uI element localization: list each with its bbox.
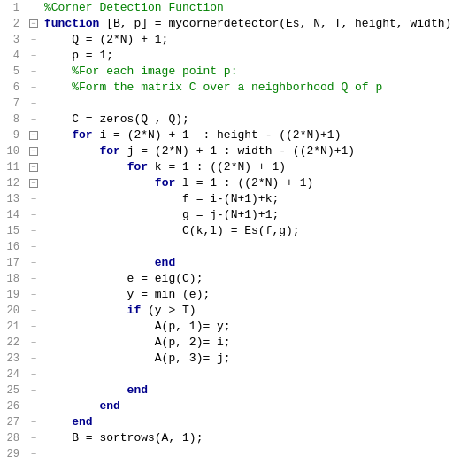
code-segment bbox=[44, 176, 155, 189]
line-content: for k = 1 : ((2*N) + 1) bbox=[42, 159, 476, 175]
line-number: 14 bbox=[0, 207, 25, 223]
line-content: A(p, 2)= i; bbox=[42, 335, 476, 351]
line-gutter[interactable]: − bbox=[25, 19, 42, 28]
collapse-button[interactable]: − bbox=[29, 131, 38, 140]
line-gutter: – bbox=[25, 287, 42, 303]
code-segment: l = 1 : ((2*N) + 1) bbox=[182, 176, 313, 189]
line-content: y = min (e); bbox=[42, 287, 476, 303]
line-gutter[interactable]: − bbox=[25, 147, 42, 156]
code-line: 18– e = eig(C); bbox=[0, 271, 476, 287]
line-number: 29 bbox=[0, 446, 25, 462]
line-content: C = zeros(Q , Q); bbox=[42, 112, 476, 128]
code-segment: end bbox=[44, 383, 148, 397]
line-number: 19 bbox=[0, 287, 25, 303]
code-line: 14– g = j-(N+1)+1; bbox=[0, 207, 476, 223]
line-dash: – bbox=[30, 48, 36, 64]
code-segment: %Corner Detection Function bbox=[44, 1, 224, 14]
line-content bbox=[42, 239, 476, 255]
line-content: g = j-(N+1)+1; bbox=[42, 207, 476, 223]
line-dash: – bbox=[30, 223, 36, 239]
line-gutter: – bbox=[25, 191, 42, 207]
code-line: 1%Corner Detection Function bbox=[0, 0, 476, 16]
code-segment: i = (2*N) + 1 : height - ((2*N)+1) bbox=[99, 128, 341, 142]
collapse-button[interactable]: − bbox=[29, 19, 38, 28]
code-segment: for bbox=[127, 160, 155, 174]
line-dash: – bbox=[30, 414, 36, 430]
code-line: 7– bbox=[0, 96, 476, 112]
line-content: for l = 1 : ((2*N) + 1) bbox=[42, 175, 476, 191]
line-number: 9 bbox=[0, 128, 25, 143]
line-dash: – bbox=[30, 303, 36, 319]
line-gutter: – bbox=[25, 96, 42, 112]
line-number: 13 bbox=[0, 191, 25, 207]
line-gutter: – bbox=[25, 414, 42, 430]
code-line: 9− for i = (2*N) + 1 : height - ((2*N)+1… bbox=[0, 128, 476, 143]
code-segment: for bbox=[99, 144, 127, 158]
code-line: 3– Q = (2*N) + 1; bbox=[0, 32, 476, 48]
collapse-button[interactable]: − bbox=[29, 147, 38, 156]
line-content: A(p, 1)= y; bbox=[42, 319, 476, 335]
line-number: 21 bbox=[0, 319, 25, 335]
line-number: 4 bbox=[0, 48, 25, 64]
code-segment: g = j-(N+1)+1; bbox=[44, 208, 279, 221]
line-dash: – bbox=[30, 207, 36, 223]
line-gutter[interactable]: − bbox=[25, 131, 42, 140]
line-gutter: – bbox=[25, 271, 42, 287]
code-segment: C = zeros(Q , Q); bbox=[44, 112, 189, 126]
line-content: end bbox=[42, 383, 476, 398]
collapse-button[interactable]: − bbox=[29, 179, 38, 188]
line-number: 15 bbox=[0, 223, 25, 239]
line-content: %Form the matrix C over a neighborhood Q… bbox=[42, 80, 476, 96]
code-segment: function bbox=[44, 17, 106, 30]
line-number: 22 bbox=[0, 335, 25, 351]
line-dash: – bbox=[30, 64, 36, 80]
line-gutter[interactable]: − bbox=[25, 179, 42, 188]
line-number: 2 bbox=[0, 16, 25, 32]
code-segment: A(p, 3)= j; bbox=[44, 352, 231, 365]
code-line: 15– C(k,l) = Es(f,g); bbox=[0, 223, 476, 239]
line-number: 11 bbox=[0, 159, 25, 175]
code-line: 5– %For each image point p: bbox=[0, 64, 476, 80]
code-segment bbox=[44, 240, 155, 253]
line-dash: – bbox=[30, 96, 36, 112]
code-segment: A(p, 2)= i; bbox=[44, 336, 231, 349]
code-line: 24– bbox=[0, 367, 476, 383]
line-content: end bbox=[42, 414, 476, 430]
collapse-button[interactable]: − bbox=[29, 163, 38, 172]
line-number: 6 bbox=[0, 80, 25, 96]
line-content: function [B, p] = mycornerdetector(Es, N… bbox=[42, 16, 476, 32]
code-line: 19– y = min (e); bbox=[0, 287, 476, 303]
line-content: %Corner Detection Function bbox=[42, 0, 476, 16]
line-number: 3 bbox=[0, 32, 25, 48]
line-gutter: – bbox=[25, 383, 42, 398]
line-content: f = i-(N+1)+k; bbox=[42, 191, 476, 207]
code-editor: 1%Corner Detection Function2−function [B… bbox=[0, 0, 476, 464]
line-gutter: – bbox=[25, 48, 42, 64]
line-number: 20 bbox=[0, 303, 25, 319]
line-number: 28 bbox=[0, 430, 25, 446]
code-line: 12− for l = 1 : ((2*N) + 1) bbox=[0, 175, 476, 191]
line-content: for i = (2*N) + 1 : height - ((2*N)+1) bbox=[42, 128, 476, 143]
line-content: %For each image point p: bbox=[42, 64, 476, 80]
line-number: 10 bbox=[0, 143, 25, 159]
line-number: 25 bbox=[0, 383, 25, 398]
line-content: end bbox=[42, 255, 476, 271]
line-number: 1 bbox=[0, 0, 25, 16]
code-segment: p = 1; bbox=[44, 49, 113, 62]
line-content: C(k,l) = Es(f,g); bbox=[42, 223, 476, 239]
line-gutter[interactable]: − bbox=[25, 163, 42, 172]
line-number: 26 bbox=[0, 398, 25, 414]
line-dash: – bbox=[30, 430, 36, 446]
line-gutter: – bbox=[25, 64, 42, 80]
code-segment: %For each image point p: bbox=[44, 65, 237, 78]
line-number: 5 bbox=[0, 64, 25, 80]
line-gutter: – bbox=[25, 398, 42, 414]
code-line: 16– bbox=[0, 239, 476, 255]
code-segment: for bbox=[155, 176, 182, 189]
code-segment bbox=[44, 160, 127, 174]
line-number: 23 bbox=[0, 351, 25, 367]
line-content: if (y > T) bbox=[42, 303, 476, 319]
line-dash: – bbox=[30, 351, 36, 367]
line-content: B = sortrows(A, 1); bbox=[42, 430, 476, 446]
line-gutter: – bbox=[25, 303, 42, 319]
